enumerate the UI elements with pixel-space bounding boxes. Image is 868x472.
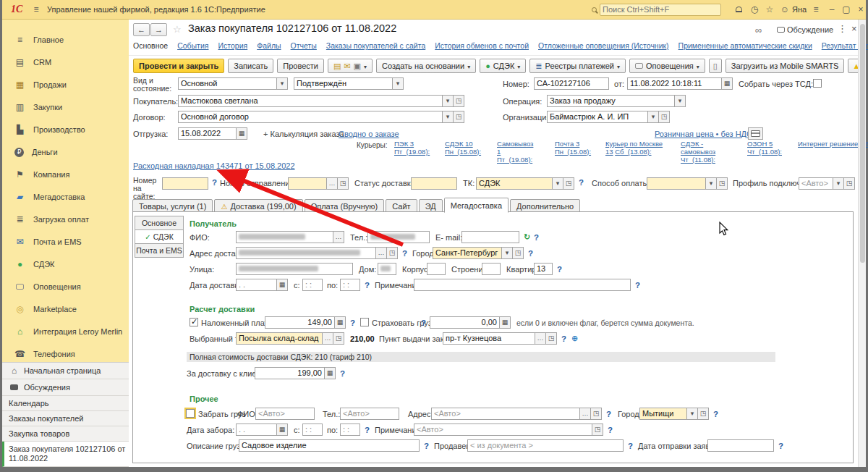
- create-based-on-button[interactable]: Создать на основании: [376, 59, 476, 73]
- payment-registers-button[interactable]: ≣Реестры платежей: [529, 59, 626, 73]
- main-menu-icon[interactable]: ≡: [29, 0, 43, 19]
- help-icon[interactable]: ?: [628, 442, 633, 450]
- select-button[interactable]: [327, 177, 338, 190]
- pickup-date-field[interactable]: . .: [236, 423, 277, 436]
- payment-method-field[interactable]: [647, 177, 706, 190]
- help-icon[interactable]: ?: [365, 281, 370, 290]
- sidebar-item-money[interactable]: ₽Деньги: [2, 142, 129, 162]
- dropdown-button[interactable]: [833, 177, 844, 190]
- courier-link[interactable]: СДЭК 10 Пн_(15.08):: [445, 140, 480, 164]
- tab-history[interactable]: История: [218, 41, 247, 50]
- other-city-field[interactable]: Мытищи: [639, 408, 687, 420]
- dropdown-button[interactable]: [687, 408, 698, 420]
- ship-date-field[interactable]: 15.08.2022: [178, 127, 237, 140]
- tab-reports[interactable]: Отчеты: [291, 41, 317, 50]
- insure-checkbox[interactable]: [360, 318, 369, 326]
- delivery-date-field[interactable]: . .: [236, 279, 277, 291]
- select-button[interactable]: [535, 332, 546, 345]
- shipment-number-field[interactable]: [288, 177, 327, 190]
- open-button[interactable]: [592, 423, 603, 436]
- support-icon[interactable]: ☺: [778, 0, 792, 19]
- delivery-status-field[interactable]: [411, 177, 457, 190]
- open-button[interactable]: [513, 247, 524, 259]
- select-button[interactable]: [580, 408, 591, 420]
- email-field[interactable]: [461, 231, 519, 243]
- help-icon[interactable]: ?: [608, 426, 613, 434]
- connection-profile-field[interactable]: <Авто>: [799, 177, 833, 190]
- open-button[interactable]: [717, 177, 728, 190]
- help-icon[interactable]: ?: [421, 319, 426, 327]
- select-button[interactable]: [376, 247, 387, 259]
- minimize-icon[interactable]: –: [825, 0, 839, 19]
- dropdown-button[interactable]: [443, 95, 454, 107]
- dropdown-button[interactable]: [553, 177, 563, 190]
- side-tab-main[interactable]: Основное: [135, 216, 184, 230]
- notifications-bell-icon[interactable]: [731, 0, 746, 19]
- help-icon[interactable]: ?: [424, 442, 429, 450]
- korpus-field[interactable]: [427, 263, 446, 275]
- insure-field[interactable]: 0,00: [430, 316, 500, 329]
- side-tab-post-ems[interactable]: Почта и EMS: [135, 243, 184, 258]
- order-summary-link[interactable]: Сводно о заказе: [339, 130, 399, 138]
- help-icon[interactable]: ?: [635, 281, 640, 290]
- footer-item-calendar[interactable]: Календарь: [2, 396, 129, 411]
- calendar-button[interactable]: [277, 279, 288, 291]
- help-icon[interactable]: ?: [350, 319, 355, 327]
- favorites-star-icon[interactable]: ☆: [762, 0, 777, 19]
- delivery-address-field[interactable]: [236, 247, 376, 259]
- tab-files[interactable]: Файлы: [257, 41, 281, 50]
- help-icon[interactable]: ?: [534, 233, 539, 242]
- sidebar-item-telephony[interactable]: ☎Телефония: [2, 344, 129, 364]
- discussion-button[interactable]: Обсуждение: [777, 25, 833, 34]
- open-button[interactable]: [454, 111, 464, 123]
- tariff-field[interactable]: Посылка склад-склад: [236, 332, 323, 345]
- open-button[interactable]: [563, 177, 574, 190]
- building-field[interactable]: [482, 263, 501, 275]
- courier-link[interactable]: Почта 3 Пн_(15.08):: [555, 140, 588, 164]
- courier-link[interactable]: Курьер по Москве 13 Сб_(13.08):: [605, 140, 663, 164]
- open-button[interactable]: [844, 177, 855, 190]
- doc-time-icon[interactable]: ▤: [333, 62, 341, 71]
- price-card-button[interactable]: [748, 127, 763, 140]
- house-field[interactable]: [378, 263, 396, 275]
- buyer-field[interactable]: Мастюкова светлана: [178, 95, 443, 107]
- street-field[interactable]: [236, 263, 353, 275]
- pickup-point-field[interactable]: пр-т Кузнецова: [443, 332, 535, 345]
- select-button[interactable]: [333, 231, 344, 243]
- footer-item-current-order[interactable]: Заказ покупателя 102127106 от 11.08.2022: [2, 442, 129, 467]
- forward-button[interactable]: →: [150, 23, 167, 36]
- select-button[interactable]: [323, 332, 333, 345]
- time-from-field[interactable]: : :: [302, 423, 323, 436]
- tab-site-orders[interactable]: Заказы покупателей с сайта: [326, 41, 425, 50]
- number-field[interactable]: СА-102127106: [534, 77, 609, 90]
- tk-field[interactable]: СДЭК: [476, 177, 553, 190]
- calendar-button[interactable]: [237, 127, 247, 140]
- footer-item-discussions[interactable]: Обсуждения: [2, 379, 129, 396]
- post-and-close-button[interactable]: Провести и закрыть: [133, 59, 224, 73]
- calendar-button[interactable]: [277, 423, 288, 436]
- calculator-button[interactable]: [500, 316, 511, 329]
- user-name[interactable]: Яна: [792, 0, 807, 19]
- sidebar-item-post-ems[interactable]: ✉Почта и EMS: [2, 232, 129, 252]
- tsd-checkbox[interactable]: [813, 79, 822, 88]
- state-field[interactable]: Подтверждён: [294, 77, 393, 90]
- restore-icon[interactable]: ▢: [839, 0, 854, 19]
- sidebar-item-cdek[interactable]: ●СДЭК: [2, 254, 129, 274]
- footer-item-goods-purchase[interactable]: Закупка товаров: [2, 426, 129, 442]
- pickup-cargo-checkbox[interactable]: [186, 409, 195, 418]
- footer-item-customer-orders[interactable]: Заказы покупателей: [2, 411, 129, 426]
- open-button[interactable]: [659, 111, 670, 123]
- sidebar-item-payments-load[interactable]: ≣Загрузка оплат: [2, 209, 129, 229]
- help-icon[interactable]: ?: [365, 426, 370, 434]
- help-icon[interactable]: ?: [557, 265, 562, 274]
- dropdown-button[interactable]: [502, 247, 513, 259]
- close-window-icon[interactable]: ×: [854, 0, 868, 19]
- notifications-button[interactable]: Оповещения: [629, 59, 705, 73]
- tab-mail-history[interactable]: История обменов с почтой: [435, 41, 529, 50]
- service-menu-icon[interactable]: ≡: [809, 0, 823, 19]
- vertical-scrollbar[interactable]: [858, 20, 866, 467]
- seller-field[interactable]: < из документа >: [467, 439, 624, 452]
- side-tab-cdek[interactable]: ✓СДЭК: [135, 229, 184, 244]
- organization-field[interactable]: Баймастрюк А. И. ИП: [547, 111, 648, 123]
- doc-actions-group[interactable]: ▤✉▣: [328, 59, 373, 73]
